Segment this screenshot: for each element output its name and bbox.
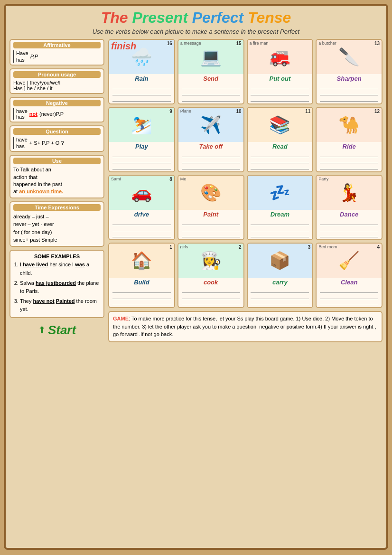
- pic-area-1: 🌧️16finish: [109, 40, 174, 74]
- pic-emoji-8: 🐪: [338, 115, 360, 135]
- affirmative-content: Have has P.P: [13, 50, 101, 63]
- write-lines-16: [320, 287, 378, 307]
- write-line-14-0[interactable]: [182, 288, 240, 293]
- write-line-3-2[interactable]: [251, 97, 309, 102]
- write-line-16-0[interactable]: [320, 288, 378, 293]
- write-line-10-0[interactable]: [182, 220, 240, 225]
- write-line-11-2[interactable]: [251, 233, 309, 237]
- small-label-10: Me: [180, 177, 187, 181]
- write-line-4-2[interactable]: [320, 97, 378, 102]
- finish-label: finish: [111, 41, 136, 52]
- write-line-3-1[interactable]: [251, 91, 309, 95]
- pic-area-14: 👩‍🍳2girls: [178, 244, 243, 278]
- cell-number-15: 3: [308, 245, 311, 250]
- write-line-10-2[interactable]: [182, 233, 240, 237]
- write-line-7-2[interactable]: [251, 165, 309, 169]
- verb-label-16: Clean: [341, 278, 357, 287]
- verb-label-9: drive: [134, 210, 149, 219]
- write-line-11-1[interactable]: [251, 226, 309, 231]
- small-label-3: a fire man: [250, 41, 269, 46]
- use-box: Use To Talk about an action that happene…: [9, 155, 104, 198]
- pic-area-16: 🧹4Bed room: [317, 244, 382, 278]
- picture-cell-8: 🐪12Ride: [316, 107, 383, 172]
- not-label: not: [29, 111, 37, 117]
- ex1-have: have lived: [23, 262, 48, 267]
- write-line-16-1[interactable]: [320, 294, 378, 299]
- write-line-7-1[interactable]: [251, 159, 309, 163]
- write-line-5-0[interactable]: [112, 152, 171, 157]
- write-line-11-0[interactable]: [251, 220, 309, 225]
- picture-cell-7: 📚11Read: [247, 107, 314, 172]
- start-arrow-icon: ⬆: [38, 324, 46, 336]
- write-line-7-0[interactable]: [251, 152, 309, 157]
- write-lines-6: [182, 151, 240, 171]
- write-line-13-2[interactable]: [112, 301, 171, 305]
- never-pp: (never)P.P: [39, 111, 64, 117]
- verb-label-2: Send: [203, 74, 218, 83]
- write-line-13-0[interactable]: [112, 288, 171, 293]
- title-present: Present: [132, 9, 192, 26]
- verb-label-14: cook: [204, 278, 218, 287]
- write-line-2-1[interactable]: [182, 91, 240, 95]
- picture-grid: 🌧️16finishRain💻15a messageSend🚒a fire ma…: [108, 39, 383, 308]
- write-line-8-1[interactable]: [320, 159, 378, 163]
- pronoun-line1: Have ] they/you/we/I: [13, 80, 101, 85]
- verb-label-12: Dance: [340, 210, 358, 219]
- pronoun-title: Pronoun usage: [13, 71, 101, 78]
- write-line-6-1[interactable]: [182, 159, 240, 163]
- write-line-9-0[interactable]: [112, 220, 171, 225]
- verb-label-4: Sharpen: [337, 74, 362, 83]
- time-line1: already – just –: [13, 213, 101, 221]
- write-line-12-0[interactable]: [320, 220, 378, 225]
- q-has: has: [16, 143, 28, 149]
- pic-emoji-12: 💃: [338, 183, 360, 203]
- small-label-12: Party: [318, 177, 328, 181]
- write-line-2-0[interactable]: [182, 85, 240, 89]
- write-line-3-0[interactable]: [251, 85, 309, 89]
- write-line-1-0[interactable]: [112, 85, 171, 89]
- example-1: I have lived her since I was a child.: [20, 261, 101, 277]
- verb-label-6: Take off: [199, 142, 223, 151]
- write-line-9-2[interactable]: [112, 233, 171, 237]
- question-formula: + S+ P.P + O ?: [29, 140, 64, 146]
- write-line-15-0[interactable]: [251, 288, 309, 293]
- write-line-5-2[interactable]: [112, 165, 171, 169]
- write-line-12-2[interactable]: [320, 233, 378, 237]
- picture-cell-16: 🧹4Bed roomClean: [316, 243, 383, 308]
- write-lines-11: [251, 219, 309, 239]
- verb-label-5: Play: [135, 142, 148, 151]
- write-lines-8: [320, 151, 378, 171]
- title-tense: Tense: [248, 9, 291, 26]
- write-line-13-1[interactable]: [112, 294, 171, 299]
- write-line-9-1[interactable]: [112, 226, 171, 231]
- pic-emoji-2: 💻: [200, 47, 222, 67]
- write-line-15-2[interactable]: [251, 301, 309, 305]
- write-line-15-1[interactable]: [251, 294, 309, 299]
- write-line-6-2[interactable]: [182, 165, 240, 169]
- write-line-10-1[interactable]: [182, 226, 240, 231]
- write-line-2-2[interactable]: [182, 97, 240, 102]
- write-line-1-2[interactable]: [112, 97, 171, 102]
- write-line-8-2[interactable]: [320, 165, 378, 169]
- time-line3: for ( for one day): [13, 228, 101, 236]
- write-line-4-1[interactable]: [320, 91, 378, 95]
- write-line-16-2[interactable]: [320, 301, 378, 305]
- write-line-1-1[interactable]: [112, 91, 171, 95]
- write-line-6-0[interactable]: [182, 152, 240, 157]
- picture-cell-15: 📦3carry: [247, 243, 314, 308]
- write-line-14-2[interactable]: [182, 301, 240, 305]
- write-line-12-1[interactable]: [320, 226, 378, 231]
- write-line-4-0[interactable]: [320, 85, 378, 89]
- write-line-8-0[interactable]: [320, 152, 378, 157]
- cell-number-2: 15: [236, 41, 241, 46]
- write-lines-15: [251, 287, 309, 307]
- negative-box: Negative have has not (never)P.P: [9, 97, 104, 122]
- ex2-boarded: boarded: [56, 280, 76, 286]
- verb-label-11: Dream: [271, 210, 289, 219]
- write-line-5-1[interactable]: [112, 159, 171, 163]
- small-label-6: Plane: [180, 109, 191, 113]
- examples-box: SOME EXAMPLES I have lived her since I w…: [9, 250, 104, 318]
- example-2: Salwa has justboarded the plane to Paris…: [20, 279, 101, 296]
- pic-area-8: 🐪12: [317, 108, 382, 142]
- write-line-14-1[interactable]: [182, 294, 240, 299]
